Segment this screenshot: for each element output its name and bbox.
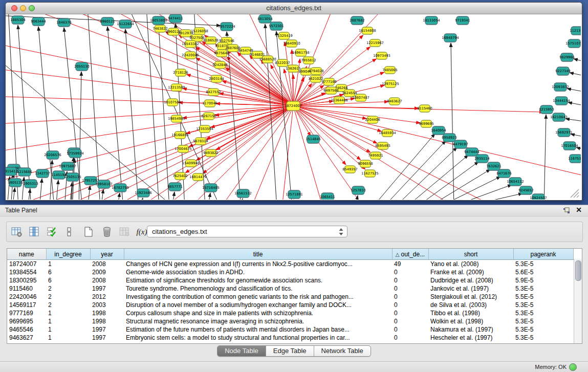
graph-node[interactable]: 8549357 <box>342 166 357 173</box>
table-row[interactable]: 1938455462009Genome-wide association stu… <box>7 268 573 276</box>
table-cell[interactable]: 18300295 <box>7 276 46 285</box>
graph-node[interactable]: 5905135 <box>8 179 23 187</box>
graph-node[interactable]: 16914479 <box>189 173 207 181</box>
graph-node[interactable]: 20206576 <box>44 151 61 159</box>
graph-node[interactable]: 10924507 <box>530 194 547 200</box>
citation-network-graph[interactable]: 7463822896012889129741522605893275088186… <box>6 14 581 200</box>
table-row[interactable]: 911546021997Tourette syndrome. Phenomeno… <box>7 285 573 293</box>
graph-node[interactable]: 1065411 <box>320 193 335 200</box>
table-cell[interactable]: 5.3E-5 <box>513 334 573 342</box>
table-cell[interactable]: Disruption of a novel member of a sodium… <box>124 301 392 309</box>
table-cell[interactable]: 5.3E-5 <box>513 260 573 269</box>
graph-node[interactable]: 8958923 <box>442 134 456 142</box>
graph-node[interactable]: 12213589 <box>168 84 185 91</box>
graph-edge[interactable] <box>460 193 522 200</box>
graph-node[interactable]: 1846376 <box>56 18 71 27</box>
graph-node[interactable]: 18133054 <box>423 16 440 25</box>
table-cell[interactable]: Nakamura et al. (1997) <box>428 325 513 334</box>
node-table[interactable]: namein_degreeyeartitle△out_de...shortpag… <box>7 248 582 344</box>
table-cell[interactable]: 5.3E-5 <box>513 301 573 309</box>
graph-node[interactable]: 17016504 <box>561 142 578 150</box>
column-edit-icon[interactable] <box>27 225 41 239</box>
graph-edge[interactable] <box>107 27 123 200</box>
graph-node[interactable]: 12215967 <box>366 39 384 47</box>
graph-node[interactable]: 17359924 <box>67 149 84 158</box>
resize-grip-icon[interactable] <box>577 195 579 198</box>
table-cell[interactable]: 9465546 <box>7 325 46 334</box>
graph-node[interactable]: 6479197 <box>453 140 468 148</box>
table-cell[interactable]: Estimation of significance thresholds fo… <box>124 276 392 285</box>
graph-edge[interactable] <box>79 72 81 200</box>
merge-rows-icon[interactable] <box>62 225 76 239</box>
graph-node[interactable]: 18724007 <box>285 101 302 111</box>
table-cell[interactable]: 1998 <box>90 317 124 325</box>
table-cell[interactable]: Dudbridge et al. (2008) <box>428 276 513 285</box>
graph-edge[interactable] <box>56 180 58 200</box>
table-cell[interactable]: 0 <box>392 309 428 317</box>
delete-table-icon[interactable] <box>100 225 114 239</box>
table-cell[interactable]: Genome-wide association studies in ADHD. <box>124 268 392 276</box>
graph-node[interactable]: 8471676 <box>496 169 511 178</box>
graph-edge[interactable] <box>438 177 500 200</box>
graph-node[interactable]: 16154808 <box>359 27 376 34</box>
table-cell[interactable]: 1998 <box>90 309 124 317</box>
graph-node[interactable]: 12444154 <box>553 97 570 105</box>
graph-node[interactable]: 11325419 <box>275 32 293 39</box>
table-cell[interactable]: Wolkin et al. (1998) <box>428 317 513 325</box>
graph-edge[interactable] <box>567 89 581 94</box>
table-scrollbar[interactable] <box>574 259 582 343</box>
graph-node[interactable]: 5572301 <box>269 22 284 30</box>
graph-edge[interactable] <box>383 141 446 200</box>
graph-node[interactable]: 11627525 <box>361 170 379 177</box>
table-cell[interactable]: 2009 <box>90 268 124 276</box>
graph-node[interactable]: 2803144 <box>209 75 224 82</box>
graph-node[interactable]: 15122654 <box>117 20 134 28</box>
graph-node[interactable]: 9699695 <box>419 120 433 127</box>
graph-node[interactable]: 7485065 <box>382 67 397 74</box>
graph-node[interactable]: 11923486 <box>135 189 152 197</box>
graph-node[interactable]: 9777169 <box>321 78 336 85</box>
graph-node[interactable]: 21364486 <box>331 97 348 104</box>
graph-edge[interactable] <box>394 147 457 200</box>
graph-edge[interactable] <box>568 102 581 107</box>
graph-node[interactable]: 12093832 <box>552 83 569 91</box>
tab-edge-table[interactable]: Edge Table <box>266 346 314 356</box>
table-row[interactable]: 969969511998Structural magnetic resonanc… <box>7 317 573 325</box>
graph-node[interactable]: 16485934 <box>379 129 396 137</box>
column-header-pagerank[interactable]: pagerank <box>513 249 573 260</box>
graph-node[interactable]: 78572224 <box>218 23 235 31</box>
graph-node[interactable]: 18640910 <box>283 40 300 47</box>
graph-edge[interactable] <box>125 29 139 200</box>
table-cell[interactable]: Estimation of the future numbers of pati… <box>124 325 392 334</box>
graph-node[interactable]: 1905313 <box>23 180 38 188</box>
table-cell[interactable]: Jankovic et al. (1997) <box>428 285 513 293</box>
import-table-icon[interactable] <box>117 225 132 239</box>
graph-node[interactable]: 2055130 <box>74 62 89 71</box>
graph-edge[interactable] <box>293 106 346 165</box>
graph-node[interactable]: 15226058 <box>191 28 208 35</box>
table-cell[interactable]: 2008 <box>90 276 124 285</box>
graph-node[interactable]: 8813054 <box>257 15 272 23</box>
graph-node[interactable]: 10654112 <box>507 178 524 186</box>
table-cell[interactable]: 5.3E-5 <box>513 309 573 317</box>
graph-node[interactable]: 1215686 <box>17 168 32 176</box>
graph-node[interactable]: 8595493 <box>375 142 390 149</box>
table-cell[interactable]: Yano et al. (2008) <box>428 260 513 269</box>
table-cell[interactable]: 6 <box>46 276 90 285</box>
table-cell[interactable]: 5.3E-5 <box>513 325 573 334</box>
graph-node[interactable]: 16782759 <box>112 184 129 192</box>
graph-edge[interactable] <box>101 189 103 200</box>
table-cell[interactable]: 1997 <box>90 325 124 334</box>
graph-node[interactable]: 7632621 <box>486 162 501 170</box>
table-cell[interactable]: Stergiakouli et al. (2012) <box>428 293 513 301</box>
graph-node[interactable]: 9245652 <box>518 186 533 194</box>
table-cell[interactable]: 49 <box>392 260 428 269</box>
graph-node[interactable]: 1342737 <box>35 169 50 178</box>
table-select-dropdown[interactable]: citations_edges.txt <box>147 226 347 237</box>
graph-node[interactable]: 16561532 <box>234 189 252 198</box>
graph-node[interactable]: 10973493 <box>373 52 390 59</box>
table-cell[interactable]: 5.9E-5 <box>513 276 573 285</box>
graph-node[interactable]: 9115460 <box>417 105 432 112</box>
graph-edge[interactable] <box>427 169 490 200</box>
graph-edge[interactable] <box>293 106 323 200</box>
